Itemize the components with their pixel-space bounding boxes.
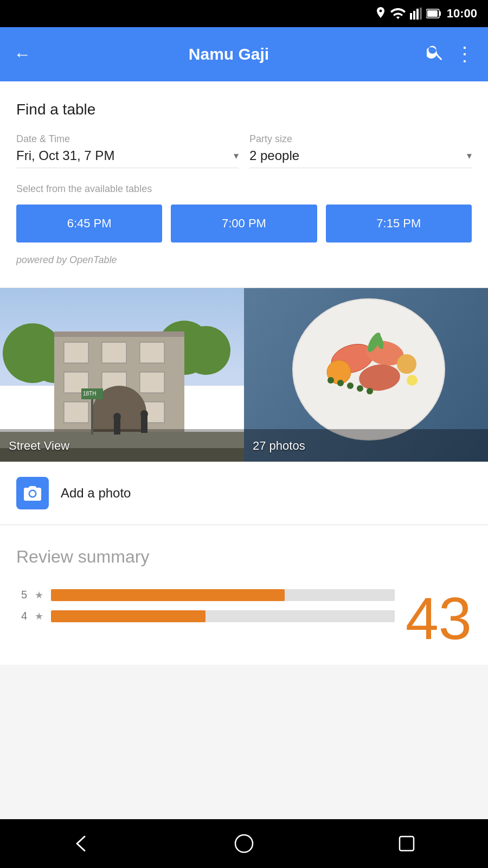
camera-icon xyxy=(23,485,42,501)
overall-score: 4 3 xyxy=(406,589,472,648)
time-slot-715[interactable]: 7:15 PM xyxy=(326,205,472,242)
signal-icon xyxy=(410,8,422,20)
rating-4-star-icon: ★ xyxy=(35,610,43,622)
nav-recents-button[interactable] xyxy=(390,827,423,860)
photos-row: Street View 27 photos xyxy=(0,288,488,462)
status-bar: 10:00 xyxy=(0,0,488,27)
svg-rect-3 xyxy=(420,8,422,20)
svg-rect-0 xyxy=(410,13,412,20)
rating-4-bar xyxy=(51,610,206,622)
party-size-arrow-icon: ▾ xyxy=(467,150,472,162)
add-photo-section[interactable]: Add a photo xyxy=(0,462,488,525)
location-icon xyxy=(375,7,386,20)
nav-bar xyxy=(0,819,488,868)
score-decimal: 3 xyxy=(439,589,472,648)
svg-point-7 xyxy=(235,835,253,852)
party-size-value: 2 people xyxy=(249,148,299,163)
nav-home-button[interactable] xyxy=(228,827,260,860)
date-time-label: Date & Time xyxy=(16,133,239,145)
party-size-group: Party size 2 people ▾ xyxy=(249,133,472,168)
food-photos[interactable]: 27 photos xyxy=(244,288,488,462)
party-size-label: Party size xyxy=(249,133,472,145)
photos-count-label: 27 photos xyxy=(253,439,305,453)
nav-back-icon xyxy=(71,833,92,854)
street-view-canvas xyxy=(0,288,244,462)
date-time-group: Date & Time Fri, Oct 31, 7 PM ▾ xyxy=(16,133,239,168)
time-slot-645[interactable]: 6:45 PM xyxy=(16,205,162,242)
rating-bars: 5 ★ 4 ★ xyxy=(16,589,395,622)
street-view-photo[interactable]: Street View xyxy=(0,288,244,462)
time-slots-row: 6:45 PM 7:00 PM 7:15 PM xyxy=(16,205,472,242)
review-summary-title: Review summary xyxy=(16,547,472,567)
wifi-icon xyxy=(390,8,406,19)
svg-rect-1 xyxy=(413,11,415,20)
select-tables-label: Select from the available tables xyxy=(16,183,472,195)
nav-recents-icon xyxy=(397,834,416,853)
powered-by-label: powered by OpenTable xyxy=(16,254,472,266)
review-content: 5 ★ 4 ★ 4 3 xyxy=(16,589,472,648)
status-time: 10:00 xyxy=(447,7,477,21)
score-main: 4 xyxy=(406,589,439,648)
rating-row-4: 4 ★ xyxy=(16,610,395,622)
find-table-section: Find a table Date & Time Fri, Oct 31, 7 … xyxy=(0,81,488,277)
search-icon[interactable] xyxy=(427,44,444,65)
rating-5-num: 5 xyxy=(16,589,27,601)
review-summary-section: Review summary 5 ★ 4 ★ xyxy=(0,525,488,665)
camera-icon-wrapper xyxy=(16,477,49,509)
rating-4-num: 4 xyxy=(16,610,27,622)
svg-rect-8 xyxy=(400,837,414,851)
date-time-value: Fri, Oct 31, 7 PM xyxy=(16,148,114,163)
svg-rect-5 xyxy=(439,11,441,16)
nav-home-icon xyxy=(234,833,254,854)
add-photo-label: Add a photo xyxy=(61,486,131,501)
status-icons xyxy=(375,7,441,20)
dropdowns-row: Date & Time Fri, Oct 31, 7 PM ▾ Party si… xyxy=(16,133,472,168)
app-bar-icons: ⋮ xyxy=(427,43,474,66)
party-size-dropdown[interactable]: 2 people ▾ xyxy=(249,148,472,168)
rating-5-star-icon: ★ xyxy=(35,589,43,601)
svg-rect-6 xyxy=(427,10,438,17)
more-options-icon[interactable]: ⋮ xyxy=(455,43,474,66)
rating-5-bar xyxy=(51,589,285,601)
battery-icon xyxy=(426,9,441,18)
time-slot-700[interactable]: 7:00 PM xyxy=(171,205,317,242)
back-button[interactable]: ← xyxy=(14,44,31,65)
main-content: Find a table Date & Time Fri, Oct 31, 7 … xyxy=(0,81,488,665)
svg-rect-2 xyxy=(416,9,419,20)
app-bar: ← Namu Gaji ⋮ xyxy=(0,27,488,81)
rating-4-bar-container xyxy=(51,610,395,622)
nav-back-button[interactable] xyxy=(65,827,98,860)
rating-5-bar-container xyxy=(51,589,395,601)
rating-row-5: 5 ★ xyxy=(16,589,395,601)
date-time-arrow-icon: ▾ xyxy=(234,150,239,162)
street-view-label: Street View xyxy=(9,439,69,453)
food-photo-canvas xyxy=(244,288,488,462)
find-table-title: Find a table xyxy=(16,101,472,118)
page-title: Namu Gaji xyxy=(42,45,416,63)
date-time-dropdown[interactable]: Fri, Oct 31, 7 PM ▾ xyxy=(16,148,239,168)
